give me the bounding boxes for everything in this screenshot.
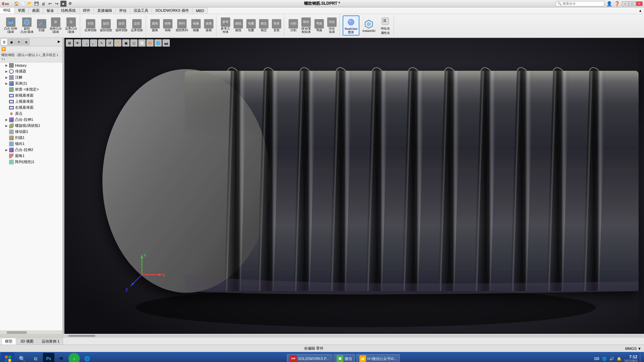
draft-button[interactable]: 拔模 拔模	[203, 18, 215, 33]
taskbar-qq-music[interactable]: ♪	[68, 353, 80, 362]
pan-btn[interactable]: ✋	[114, 39, 121, 47]
panel-icon-config[interactable]: ✛	[15, 39, 22, 45]
tree-item-sensor[interactable]: ▶ 传感器	[0, 68, 62, 74]
rotate-btn[interactable]: ↺	[106, 39, 113, 47]
panel-icon-display[interactable]: ⊕	[23, 39, 30, 45]
combine-button[interactable]: 结合 结合实体	[326, 16, 338, 35]
swept-boss-button[interactable]: 扫描	[36, 18, 48, 33]
user-icon[interactable]: 👤	[606, 1, 612, 6]
boundary-cut-button[interactable]: 边切 边界切除	[130, 18, 144, 33]
tab-mbd[interactable]: MBD	[193, 7, 208, 14]
tree-item-linear-pattern1[interactable]: ▶ 阵列(线性)1	[0, 159, 62, 165]
taskbar-network-icon[interactable]: 🌐	[602, 357, 607, 361]
tree-item-helix1[interactable]: ▶ 螺旋线/涡状线1	[0, 123, 62, 129]
taskbar-keyboard-icon[interactable]: ⌨	[594, 357, 599, 361]
tree-item-sweep1[interactable]: ▶ 扫描1	[0, 135, 62, 141]
section-view-btn[interactable]: ▣	[122, 39, 130, 47]
quick-access-open[interactable]: 📂	[27, 1, 33, 7]
flex-button[interactable]: 弯曲 弯曲	[313, 18, 325, 33]
zoom-out-btn[interactable]: 🔎	[90, 39, 97, 47]
tree-item-move-face1[interactable]: ▶ 移动面1	[0, 129, 62, 135]
tree-item-top-plane[interactable]: ▶ 上视基准面	[0, 99, 62, 105]
quick-access-redo[interactable]: ↪	[54, 1, 60, 7]
viewport[interactable]: Y X Z ⊠ 👁 🔍 🔎 ↖ ↺ ✋ ▣ ◻ ⬜ 🎨	[64, 38, 644, 334]
status-right[interactable]: MMGS ▼	[625, 347, 641, 351]
search-bar[interactable]: 🔍	[556, 1, 604, 6]
panel-h-scrollbar[interactable]	[0, 330, 62, 334]
revolved-cut-button[interactable]: 旋切 旋转切除	[99, 18, 113, 33]
tab-sketch[interactable]: 草图	[14, 7, 29, 14]
tree-item-right-plane[interactable]: ▶ 右视基准面	[0, 105, 62, 111]
curves-button[interactable]: 曲线 曲线	[232, 18, 244, 33]
tree-item-mirror1[interactable]: ▶ 镜向1	[0, 141, 62, 147]
tree-arrow-annotation[interactable]: ▶	[5, 76, 9, 79]
taskbar-task-view[interactable]: ⧉	[30, 353, 42, 362]
taskbar-search-btn[interactable]: 🔍	[16, 353, 28, 362]
taskbar-folder-item[interactable]: 📁 H:\微信公众号\0...	[356, 354, 400, 362]
tree-arrow-sensor[interactable]: ▶	[5, 70, 9, 73]
taskbar-solidworks-item[interactable]: SW SOLIDWORKS P...	[287, 354, 332, 362]
panel-h-scroll-thumb[interactable]	[7, 331, 27, 334]
feature-tree[interactable]: ▶ History ▶ 传感器 ▶ 注解 ▶	[0, 62, 62, 330]
ref-geo-button[interactable]: 参考 参考几何体	[219, 16, 232, 35]
tab-3d-view[interactable]: 3D 视图	[17, 338, 37, 345]
deform-button[interactable]: 变形 变形	[270, 18, 283, 33]
split-button[interactable]: 分割 分割	[287, 18, 299, 33]
tab-direct-edit[interactable]: 直接编辑	[94, 7, 116, 14]
tree-item-history[interactable]: ▶ History	[0, 62, 62, 68]
quick-access-home[interactable]: 🏠	[13, 1, 19, 7]
panel-icon-property[interactable]: ◉	[8, 39, 15, 45]
mirror-feature-button[interactable]: 镜像 镜像	[190, 18, 202, 33]
select-btn[interactable]: ↖	[98, 39, 105, 47]
quick-access-settings[interactable]: ⚙	[67, 1, 73, 7]
tab-motion-study[interactable]: 运动算例 1	[38, 338, 63, 345]
boss-extrude-button[interactable]: 凸台-拉伸/基体	[3, 16, 18, 35]
lofted-boss-button[interactable]: 放 放样凸台/基体	[48, 16, 63, 35]
tab-model[interactable]: 模型	[1, 338, 16, 345]
tab-sw-addins[interactable]: SOLIDWORKS 插件	[152, 7, 193, 14]
view-selector-btn[interactable]: 👁	[74, 39, 81, 47]
start-button[interactable]	[1, 353, 15, 362]
quick-access-save[interactable]: 💾	[34, 1, 40, 7]
minimize-button[interactable]: ─	[622, 1, 629, 6]
fillet-button[interactable]: 圆角 圆角	[149, 18, 161, 33]
tab-evaluate[interactable]: 评估	[116, 7, 130, 14]
move-copy-button[interactable]: 移动 移动/复制实体	[300, 16, 313, 35]
tree-item-solid-bodies[interactable]: ▶ 实体(1)	[0, 81, 62, 87]
restore-button[interactable]: □	[629, 1, 636, 6]
tree-item-annotation[interactable]: ▶ 注解	[0, 74, 62, 81]
linear-pattern-button[interactable]: 阵列 线性阵列	[175, 18, 189, 33]
quick-access-undo[interactable]: ↩	[47, 1, 53, 7]
boundary-boss-button[interactable]: 边 边界凸台/基体	[64, 16, 79, 35]
panel-icon-feature-tree[interactable]: ☰	[1, 39, 7, 45]
scene-btn[interactable]: 🌐	[154, 39, 162, 47]
tree-arrow-solid-bodies[interactable]: ▶	[5, 82, 9, 85]
tab-structure[interactable]: 结构系统	[58, 7, 80, 14]
wrap-button[interactable]: 包覆 包覆	[245, 18, 257, 33]
tree-item-material[interactable]: ▶ 材质 <未指定>	[0, 87, 62, 93]
panel-expand-arrow[interactable]: ▶	[56, 39, 62, 44]
tree-item-fillet1[interactable]: ▶ 圆角1	[0, 153, 62, 159]
taskbar-notification-icon[interactable]: 🔔	[617, 357, 622, 361]
tree-item-origin[interactable]: ▶ 原点	[0, 111, 62, 117]
h-scroll-track[interactable]	[65, 335, 643, 337]
display-style-btn[interactable]: 📷	[162, 39, 170, 47]
tab-features[interactable]: 特征	[0, 7, 14, 14]
zoom-in-btn[interactable]: 🔍	[82, 39, 89, 47]
tree-arrow-helix1[interactable]: ▶	[5, 124, 9, 127]
instant3d-button[interactable]: Instant3D	[361, 17, 377, 34]
taskbar-show-desktop[interactable]	[640, 354, 643, 362]
feature-props-button[interactable]: 属 特征名属性名	[378, 15, 392, 36]
tab-weldments[interactable]: 焊件	[80, 7, 94, 14]
tree-arrow-boss-extrude1[interactable]: ▶	[5, 118, 9, 121]
intersect-button[interactable]: 相交 相交	[258, 18, 270, 33]
tab-render[interactable]: 渲染工具	[130, 7, 152, 14]
tab-sheet-metal[interactable]: 钣金	[43, 7, 58, 14]
search-input[interactable]	[562, 2, 603, 5]
help-icon[interactable]: ❓	[614, 1, 620, 6]
appearance-btn[interactable]: 🎨	[146, 39, 154, 47]
taskbar-photoshop[interactable]: Ps	[43, 353, 54, 362]
tree-item-boss-extrude2[interactable]: ▶ 凸台-拉伸2	[0, 147, 62, 153]
view-orientation-btn[interactable]: ⊠	[66, 39, 73, 47]
h-scroll-thumb[interactable]	[68, 335, 95, 337]
